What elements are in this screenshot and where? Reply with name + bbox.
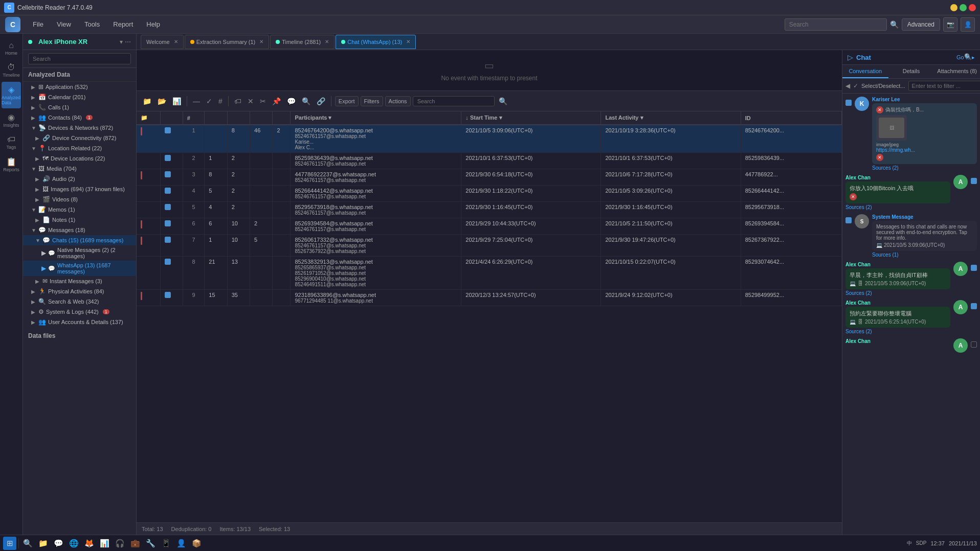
taskbar-wechat[interactable]: 💬 (52, 537, 65, 550)
col-participants[interactable]: Participants ▾ (291, 111, 461, 125)
tree-contacts[interactable]: ▶ 👥 Contacts (84) 1 (23, 112, 136, 123)
close-button[interactable] (969, 4, 976, 11)
row-checkbox[interactable] (160, 186, 183, 202)
tree-user-accounts[interactable]: ▶ 👥 User Accounts & Details (137) (23, 317, 136, 327)
hash-icon[interactable]: # (216, 96, 225, 106)
comment-icon[interactable]: 💬 (285, 96, 298, 106)
link-icon[interactable]: 🔗 (315, 96, 327, 106)
nav-timeline[interactable]: ⏱ Timeline (2, 60, 21, 81)
tree-native-messages[interactable]: ▶ 💬 Native Messages (2) (2 messages) (23, 245, 136, 261)
tree-images[interactable]: ▶ 🖼 Images (694) (37 known files) (23, 184, 136, 194)
filters-button[interactable]: Filters (361, 96, 383, 106)
tab-welcome[interactable]: Welcome ✕ (141, 35, 184, 49)
taskbar-tools[interactable]: 🔧 (144, 537, 157, 550)
table-search-icon[interactable]: 🔍 (497, 96, 509, 106)
tree-instant-messages[interactable]: ▶ ✉ Instant Messages (3) (23, 276, 136, 286)
col-id[interactable]: ID (741, 111, 841, 125)
msg-checkbox-6[interactable] (971, 341, 977, 348)
tag-icon[interactable]: 🏷 (232, 96, 243, 106)
folder-icon[interactable]: 📁 (141, 96, 153, 106)
rp-tab-details[interactable]: Details (888, 65, 934, 78)
msg-checkbox-3[interactable] (845, 217, 852, 223)
user-icon-button[interactable]: 👤 (961, 17, 975, 32)
col-flag4[interactable] (273, 111, 291, 125)
msg-checkbox-1[interactable] (845, 100, 852, 106)
tab-timeline[interactable]: Timeline (2881) ✕ (270, 35, 335, 49)
tree-memos[interactable]: ▼ 📝 Memos (1) (23, 204, 136, 215)
row-checkbox[interactable] (160, 257, 183, 290)
actions-button[interactable]: Actions (385, 96, 411, 106)
search-sm-icon[interactable]: 🔍 (300, 96, 313, 106)
table-search-input[interactable] (413, 96, 495, 106)
row-cb[interactable] (165, 237, 171, 243)
minus-icon[interactable]: — (191, 96, 202, 106)
taskbar-search[interactable]: 🔍 (21, 537, 34, 550)
row-cb[interactable] (165, 220, 171, 226)
nav-analyzed-data[interactable]: ◈ Analyzed Data (2, 82, 21, 108)
col-check[interactable] (160, 111, 183, 125)
advanced-button[interactable]: Advanced (902, 18, 940, 31)
rp-tab-attachments[interactable]: Attachments (8) (934, 65, 980, 78)
check-icon[interactable]: ✓ (204, 96, 214, 106)
collapse-icon[interactable]: ◀ (845, 82, 850, 89)
tab-welcome-close[interactable]: ✕ (174, 39, 178, 44)
select-deselect-label[interactable]: Select/Deselect... (861, 83, 905, 89)
col-folder[interactable]: 📁 (137, 111, 160, 125)
menu-report[interactable]: Report (107, 18, 139, 30)
row-cb[interactable] (165, 127, 171, 133)
taskbar-files[interactable]: 📁 (36, 537, 50, 550)
col-flag1[interactable] (205, 111, 227, 125)
msg-checkbox-5[interactable] (971, 303, 977, 309)
menu-help[interactable]: Help (140, 18, 166, 30)
export-button[interactable]: Export (335, 96, 359, 106)
table-row[interactable]: 6 6 10 2 85269394584@s.whatsapp.net 8524… (137, 218, 842, 235)
folder-open-icon[interactable]: 📂 (155, 96, 168, 106)
tree-whatsapp[interactable]: ▶ 💬 WhatsApp (13) (1687 messages) (23, 261, 136, 276)
row-cb[interactable] (165, 188, 171, 194)
sources-link-2[interactable]: Sources (2) (845, 204, 950, 210)
row-checkbox[interactable] (160, 290, 183, 306)
taskbar-phone[interactable]: 📱 (159, 537, 172, 550)
sources-link-3[interactable]: Sources (1) (872, 252, 977, 258)
table-row[interactable]: 4 5 2 85266444142@s.whatsapp.net 8524676… (137, 186, 842, 202)
tree-application[interactable]: ▶ ⊞ Application (532) (23, 82, 136, 92)
row-checkbox[interactable] (160, 218, 183, 235)
nav-home[interactable]: ⌂ Home (2, 38, 21, 59)
table-row[interactable]: 1 8 46 2 85246764200@s.whatsapp.net 8524… (137, 125, 842, 153)
search-icon[interactable]: 🔍 (890, 20, 899, 29)
msg-checkbox-2[interactable] (971, 178, 977, 184)
taskbar-audio[interactable]: 🎧 (113, 537, 126, 550)
sources-link-4[interactable]: Sources (2) (845, 290, 950, 296)
maximize-button[interactable] (960, 4, 967, 11)
row-checkbox[interactable] (160, 202, 183, 218)
taskbar-work[interactable]: 💼 (128, 537, 142, 550)
row-cb[interactable] (165, 259, 171, 265)
table-row[interactable]: 3 8 2 447786922237@s.whatsapp.net 852467… (137, 169, 842, 186)
x-icon[interactable]: ✕ (246, 96, 256, 106)
table-row[interactable]: 8 21 13 85253832913@s.whatsapp.net 85265… (137, 257, 842, 290)
row-checkbox[interactable] (160, 235, 183, 257)
taskbar-user[interactable]: 👤 (174, 537, 188, 550)
pin-icon[interactable]: 📌 (270, 96, 283, 106)
tab-extraction-close[interactable]: ✕ (259, 39, 263, 44)
taskbar-edge[interactable]: 🌐 (67, 537, 80, 550)
device-menu-icon[interactable]: ▾ (120, 38, 123, 45)
taskbar-start[interactable]: ⊞ (3, 537, 16, 550)
nav-insights[interactable]: ◉ Insights (2, 109, 21, 131)
taskbar-charts[interactable]: 📊 (98, 537, 111, 550)
scissors-icon[interactable]: ✂ (258, 96, 268, 106)
chart-icon[interactable]: 📊 (170, 96, 183, 106)
tree-system-logs[interactable]: ▶ ⚙ System & Logs (442) 1 (23, 307, 136, 317)
tree-devices[interactable]: ▼ 📡 Devices & Networks (872) (23, 123, 136, 133)
row-checkbox[interactable] (160, 169, 183, 186)
check-all-icon[interactable]: ✓ (853, 82, 858, 89)
row-checkbox[interactable] (160, 125, 183, 153)
tab-chat[interactable]: Chat (WhatsApp) (13) ✕ (336, 35, 416, 49)
sidebar-search-input[interactable] (28, 53, 131, 64)
nav-tags[interactable]: 🏷 Tags (2, 132, 21, 153)
table-row[interactable]: 9 15 35 923189633896@s.whatsapp.net 9677… (137, 290, 842, 306)
col-start-time[interactable]: ↓ Start Time ▾ (461, 111, 601, 125)
table-row[interactable]: 5 4 2 85295673918@s.whatsapp.net 8524676… (137, 202, 842, 218)
taskbar-firefox[interactable]: 🦊 (82, 537, 96, 550)
minimize-button[interactable] (950, 4, 957, 11)
